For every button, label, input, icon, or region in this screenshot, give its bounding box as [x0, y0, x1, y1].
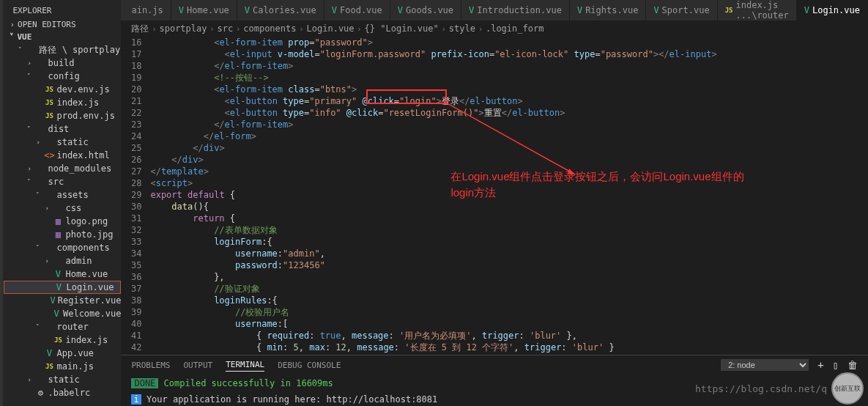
tree-item[interactable]: ˅assets [4, 188, 121, 202]
annotation-line1: 在Login.vue组件点击登录按钮之后，会访问Login.vue组件的 [450, 169, 743, 185]
line-gutter: 1617181920212223242526272829303132333435… [121, 37, 150, 355]
tree-item[interactable]: VLogin.vue [4, 281, 121, 294]
tree-item[interactable]: VHome.vue [4, 267, 121, 281]
tree-item[interactable]: JSdev.env.js [4, 83, 121, 96]
tree-item[interactable]: ›build [4, 56, 121, 70]
panel-tab-problems[interactable]: PROBLEMS [131, 359, 170, 372]
chevron-down-icon: ˅ [10, 32, 14, 42]
chevron-right-icon: › [10, 20, 15, 29]
editor-tab[interactable]: VLogin.vue [797, 0, 868, 21]
sidebar: EXPLORER › OPEN EDITORS ˅ VUE ˅路径 \ spor… [4, 0, 121, 406]
tree-item[interactable]: ›admin [4, 254, 121, 267]
editor-tab[interactable]: JSindex.js ...\router [718, 0, 797, 21]
tree-item[interactable]: ▦logo.png [4, 215, 121, 228]
tree-item[interactable]: JSindex.js [4, 96, 121, 109]
terminal-select[interactable]: 2: node [721, 359, 809, 371]
tree-item[interactable]: VRegister.vue [4, 294, 121, 307]
watermark-url: https://blog.csdn.net/q [695, 383, 827, 394]
tree-item[interactable]: JSindex.js [4, 333, 121, 347]
tree-item[interactable]: JSmain.js [4, 360, 121, 373]
tree-item[interactable]: ˅dist [4, 122, 121, 136]
editor-tab[interactable]: VGoods.vue [390, 0, 461, 21]
tree-item[interactable]: ˅路径 \ sportplay [4, 43, 121, 56]
explorer-label: EXPLORER [12, 6, 51, 15]
file-tree: ˅路径 \ sportplay›build˅configJSdev.env.js… [4, 43, 121, 406]
open-editors-section[interactable]: › OPEN EDITORS [4, 18, 121, 31]
editor-tab[interactable]: ain.js [121, 0, 171, 21]
project-name: VUE [17, 32, 31, 42]
annotation-line2: login方法 [450, 185, 743, 201]
sidebar-explorer-header: EXPLORER [4, 0, 121, 18]
tree-item[interactable]: VWelcome.vue [4, 307, 121, 320]
open-editors-label: OPEN EDITORS [18, 20, 75, 29]
panel-tab-output[interactable]: OUTPUT [183, 359, 212, 372]
tree-item[interactable]: VApp.vue [4, 347, 121, 360]
tree-item[interactable]: ›static [4, 136, 121, 149]
editor-area: ain.jsVHome.vueVCalories.vueVFood.vueVGo… [121, 0, 868, 406]
tree-item[interactable]: ▦photo.jpg [4, 228, 121, 241]
compile-msg: Compiled successfully in 16609ms [158, 378, 333, 388]
code-editor[interactable]: 1617181920212223242526272829303132333435… [121, 37, 868, 355]
panel-tab-debug[interactable]: DEBUG CONSOLE [278, 359, 341, 372]
editor-tab[interactable]: VFood.vue [324, 0, 390, 21]
split-terminal-icon[interactable]: ▯ [833, 359, 839, 371]
annotation-text: 在Login.vue组件点击登录按钮之后，会访问Login.vue组件的 log… [450, 169, 743, 201]
tree-item[interactable]: ˅components [4, 241, 121, 254]
breadcrumb[interactable]: 路径›sportplay›src›components›Login.vue›{}… [121, 21, 868, 37]
editor-tab[interactable]: VRights.vue [570, 0, 646, 21]
done-badge: DONE [131, 378, 158, 388]
watermark-badge: 创新互联 [831, 372, 864, 405]
tree-item[interactable]: JSprod.env.js [4, 109, 121, 122]
tree-item[interactable]: ›node_modules [4, 162, 121, 175]
add-terminal-icon[interactable]: + [817, 359, 823, 371]
running-msg: Your application is running here: http:/… [141, 394, 438, 405]
editor-tabs: ain.jsVHome.vueVCalories.vueVFood.vueVGo… [121, 0, 868, 21]
trash-icon[interactable]: 🗑 [847, 359, 858, 371]
tree-item[interactable]: ›static [4, 373, 121, 386]
tree-item[interactable]: ˅router [4, 320, 121, 333]
panel-tab-terminal[interactable]: TERMINAL [226, 358, 264, 372]
tree-item[interactable]: <>index.html [4, 149, 121, 162]
tree-item[interactable]: ›css [4, 202, 121, 215]
project-section[interactable]: ˅ VUE [4, 31, 121, 43]
watermark: https://blog.csdn.net/q 创新互联 [695, 372, 864, 405]
panel-toolbar: 2: node + ▯ 🗑 [721, 359, 858, 371]
tree-item[interactable]: ⚙.babelrc [4, 386, 121, 399]
editor-tab[interactable]: VCalories.vue [237, 0, 324, 21]
editor-tab[interactable]: VIntroduction.vue [461, 0, 570, 21]
editor-tab[interactable]: VHome.vue [171, 0, 237, 21]
tree-item[interactable]: ˅src [4, 175, 121, 188]
editor-tab[interactable]: VSport.vue [646, 0, 717, 21]
info-badge: i [131, 394, 141, 405]
tree-item[interactable]: ˅config [4, 70, 121, 83]
